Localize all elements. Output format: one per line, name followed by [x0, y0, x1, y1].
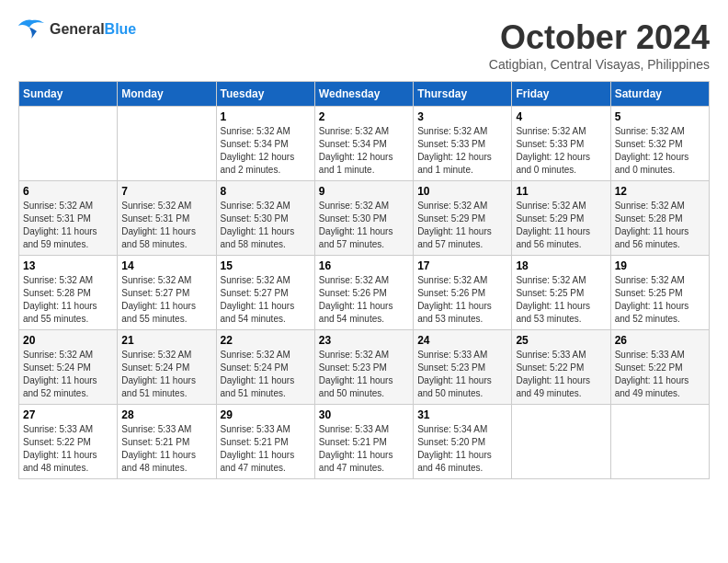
day-info: Sunrise: 5:32 AM Sunset: 5:34 PM Dayligh… [319, 125, 409, 177]
day-info: Sunrise: 5:32 AM Sunset: 5:25 PM Dayligh… [516, 274, 606, 326]
calendar-cell: 25Sunrise: 5:33 AM Sunset: 5:22 PM Dayli… [512, 330, 610, 405]
calendar-cell: 10Sunrise: 5:32 AM Sunset: 5:29 PM Dayli… [414, 181, 512, 256]
day-info: Sunrise: 5:32 AM Sunset: 5:27 PM Dayligh… [221, 274, 311, 326]
calendar-cell: 14Sunrise: 5:32 AM Sunset: 5:27 PM Dayli… [118, 256, 216, 330]
day-info: Sunrise: 5:34 AM Sunset: 5:20 PM Dayligh… [417, 423, 507, 475]
calendar-cell [610, 405, 709, 479]
calendar-cell [512, 405, 610, 479]
day-number: 29 [221, 408, 311, 421]
week-row-0: 1Sunrise: 5:32 AM Sunset: 5:34 PM Daylig… [19, 107, 710, 181]
day-number: 15 [221, 259, 311, 272]
day-number: 23 [319, 334, 409, 347]
month-title: October 2024 [489, 18, 710, 57]
day-number: 25 [516, 334, 606, 347]
day-number: 18 [516, 259, 606, 272]
day-number: 30 [319, 408, 409, 421]
header-saturday: Saturday [610, 82, 709, 107]
day-info: Sunrise: 5:33 AM Sunset: 5:23 PM Dayligh… [417, 349, 507, 400]
calendar-cell [19, 107, 118, 181]
day-number: 22 [221, 334, 311, 347]
day-number: 24 [417, 334, 507, 347]
header-thursday: Thursday [414, 82, 512, 107]
day-number: 7 [121, 185, 211, 198]
day-number: 2 [319, 110, 409, 123]
calendar-cell: 7Sunrise: 5:32 AM Sunset: 5:31 PM Daylig… [118, 181, 216, 256]
calendar-cell: 22Sunrise: 5:32 AM Sunset: 5:24 PM Dayli… [216, 330, 314, 405]
calendar-header-row: SundayMondayTuesdayWednesdayThursdayFrid… [19, 82, 710, 107]
calendar-cell: 5Sunrise: 5:32 AM Sunset: 5:32 PM Daylig… [610, 107, 709, 181]
day-number: 8 [221, 185, 311, 198]
day-info: Sunrise: 5:32 AM Sunset: 5:29 PM Dayligh… [417, 200, 507, 251]
calendar-cell: 20Sunrise: 5:32 AM Sunset: 5:24 PM Dayli… [19, 330, 118, 405]
day-number: 5 [615, 110, 705, 123]
day-info: Sunrise: 5:32 AM Sunset: 5:34 PM Dayligh… [221, 125, 311, 177]
week-row-1: 6Sunrise: 5:32 AM Sunset: 5:31 PM Daylig… [19, 181, 710, 256]
day-info: Sunrise: 5:32 AM Sunset: 5:30 PM Dayligh… [221, 200, 311, 251]
day-number: 28 [121, 408, 211, 421]
calendar-cell [118, 107, 216, 181]
calendar-cell: 28Sunrise: 5:33 AM Sunset: 5:21 PM Dayli… [118, 405, 216, 479]
day-number: 20 [23, 334, 113, 347]
calendar-cell: 27Sunrise: 5:33 AM Sunset: 5:22 PM Dayli… [19, 405, 118, 479]
day-number: 13 [23, 259, 113, 272]
day-info: Sunrise: 5:32 AM Sunset: 5:33 PM Dayligh… [516, 125, 606, 177]
day-info: Sunrise: 5:32 AM Sunset: 5:26 PM Dayligh… [417, 274, 507, 326]
day-info: Sunrise: 5:33 AM Sunset: 5:21 PM Dayligh… [319, 423, 409, 475]
day-info: Sunrise: 5:32 AM Sunset: 5:24 PM Dayligh… [221, 349, 311, 400]
day-number: 16 [319, 259, 409, 272]
calendar-cell: 12Sunrise: 5:32 AM Sunset: 5:28 PM Dayli… [610, 181, 709, 256]
day-info: Sunrise: 5:32 AM Sunset: 5:23 PM Dayligh… [319, 349, 409, 400]
calendar-cell: 11Sunrise: 5:32 AM Sunset: 5:29 PM Dayli… [512, 181, 610, 256]
calendar-cell: 3Sunrise: 5:32 AM Sunset: 5:33 PM Daylig… [414, 107, 512, 181]
calendar-cell: 1Sunrise: 5:32 AM Sunset: 5:34 PM Daylig… [216, 107, 314, 181]
calendar-cell: 13Sunrise: 5:32 AM Sunset: 5:28 PM Dayli… [19, 256, 118, 330]
day-info: Sunrise: 5:32 AM Sunset: 5:26 PM Dayligh… [319, 274, 409, 326]
day-number: 27 [23, 408, 113, 421]
day-number: 21 [121, 334, 211, 347]
day-info: Sunrise: 5:32 AM Sunset: 5:28 PM Dayligh… [615, 200, 705, 251]
page-header: GeneralBlue October 2024 Catigbian, Cent… [18, 18, 710, 72]
week-row-3: 20Sunrise: 5:32 AM Sunset: 5:24 PM Dayli… [19, 330, 710, 405]
calendar-cell: 16Sunrise: 5:32 AM Sunset: 5:26 PM Dayli… [314, 256, 413, 330]
location: Catigbian, Central Visayas, Philippines [489, 57, 710, 72]
calendar-cell: 18Sunrise: 5:32 AM Sunset: 5:25 PM Dayli… [512, 256, 610, 330]
day-info: Sunrise: 5:33 AM Sunset: 5:21 PM Dayligh… [221, 423, 311, 475]
week-row-4: 27Sunrise: 5:33 AM Sunset: 5:22 PM Dayli… [19, 405, 710, 479]
day-number: 17 [417, 259, 507, 272]
calendar-cell: 23Sunrise: 5:32 AM Sunset: 5:23 PM Dayli… [314, 330, 413, 405]
calendar-table: SundayMondayTuesdayWednesdayThursdayFrid… [18, 81, 710, 479]
calendar-cell: 31Sunrise: 5:34 AM Sunset: 5:20 PM Dayli… [414, 405, 512, 479]
day-number: 1 [221, 110, 311, 123]
day-number: 11 [516, 185, 606, 198]
day-info: Sunrise: 5:32 AM Sunset: 5:25 PM Dayligh… [615, 274, 705, 326]
day-info: Sunrise: 5:32 AM Sunset: 5:30 PM Dayligh… [319, 200, 409, 251]
header-monday: Monday [118, 82, 216, 107]
day-number: 10 [417, 185, 507, 198]
day-info: Sunrise: 5:32 AM Sunset: 5:29 PM Dayligh… [516, 200, 606, 251]
day-info: Sunrise: 5:33 AM Sunset: 5:22 PM Dayligh… [516, 349, 606, 400]
calendar-cell: 24Sunrise: 5:33 AM Sunset: 5:23 PM Dayli… [414, 330, 512, 405]
calendar-cell: 17Sunrise: 5:32 AM Sunset: 5:26 PM Dayli… [414, 256, 512, 330]
day-number: 6 [23, 185, 113, 198]
day-number: 9 [319, 185, 409, 198]
calendar-cell: 29Sunrise: 5:33 AM Sunset: 5:21 PM Dayli… [216, 405, 314, 479]
title-block: October 2024 Catigbian, Central Visayas,… [489, 18, 710, 72]
week-row-2: 13Sunrise: 5:32 AM Sunset: 5:28 PM Dayli… [19, 256, 710, 330]
calendar-cell: 19Sunrise: 5:32 AM Sunset: 5:25 PM Dayli… [610, 256, 709, 330]
calendar-cell: 15Sunrise: 5:32 AM Sunset: 5:27 PM Dayli… [216, 256, 314, 330]
header-friday: Friday [512, 82, 610, 107]
day-info: Sunrise: 5:32 AM Sunset: 5:24 PM Dayligh… [121, 349, 211, 400]
calendar-cell: 30Sunrise: 5:33 AM Sunset: 5:21 PM Dayli… [314, 405, 413, 479]
day-info: Sunrise: 5:32 AM Sunset: 5:31 PM Dayligh… [121, 200, 211, 251]
day-info: Sunrise: 5:32 AM Sunset: 5:27 PM Dayligh… [121, 274, 211, 326]
day-info: Sunrise: 5:32 AM Sunset: 5:32 PM Dayligh… [615, 125, 705, 177]
day-info: Sunrise: 5:33 AM Sunset: 5:22 PM Dayligh… [615, 349, 705, 400]
logo-text: GeneralBlue [50, 21, 136, 38]
day-number: 19 [615, 259, 705, 272]
calendar-cell: 2Sunrise: 5:32 AM Sunset: 5:34 PM Daylig… [314, 107, 413, 181]
calendar-cell: 8Sunrise: 5:32 AM Sunset: 5:30 PM Daylig… [216, 181, 314, 256]
day-number: 12 [615, 185, 705, 198]
calendar-cell: 4Sunrise: 5:32 AM Sunset: 5:33 PM Daylig… [512, 107, 610, 181]
header-wednesday: Wednesday [314, 82, 413, 107]
calendar-cell: 21Sunrise: 5:32 AM Sunset: 5:24 PM Dayli… [118, 330, 216, 405]
